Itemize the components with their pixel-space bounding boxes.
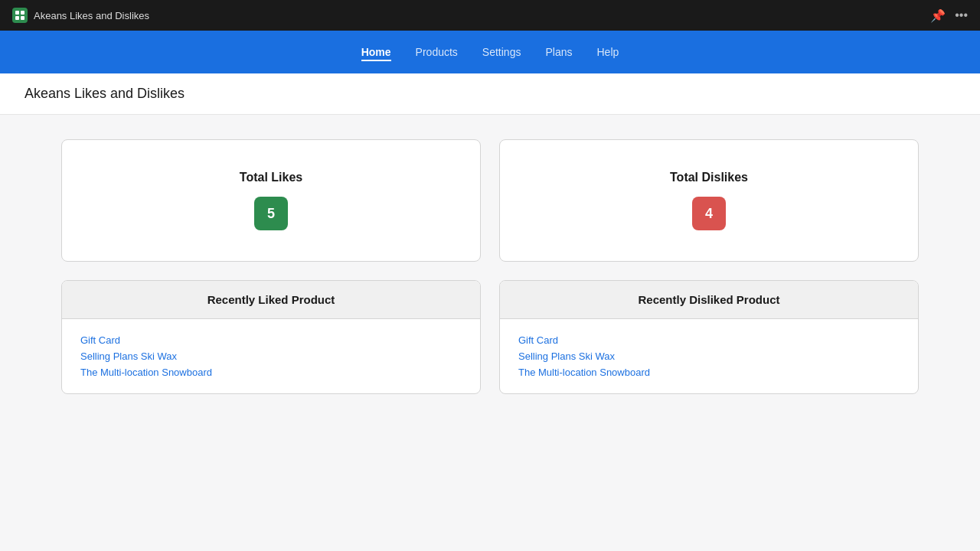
likes-label: Total Likes xyxy=(240,171,302,184)
total-likes-card: Total Likes 5 xyxy=(61,139,481,262)
liked-product-3[interactable]: The Multi-location Snowboard xyxy=(80,367,462,378)
svg-rect-3 xyxy=(21,16,24,20)
dislikes-badge: 4 xyxy=(692,197,726,230)
disliked-products-card: Recently Disliked Product Gift Card Sell… xyxy=(499,280,919,394)
top-bar-right: 📌 ••• xyxy=(930,8,968,23)
stats-row: Total Likes 5 Total Dislikes 4 xyxy=(61,139,919,262)
disliked-product-2[interactable]: Selling Plans Ski Wax xyxy=(518,350,900,362)
liked-product-1[interactable]: Gift Card xyxy=(80,334,462,346)
liked-products-title: Recently Liked Product xyxy=(80,293,462,306)
pin-icon[interactable]: 📌 xyxy=(930,8,946,23)
nav-bar: Home Products Settings Plans Help xyxy=(0,31,980,73)
page-title: Akeans Likes and Dislikes xyxy=(24,86,956,102)
liked-products-card: Recently Liked Product Gift Card Selling… xyxy=(61,280,481,394)
page-title-bar: Akeans Likes and Dislikes xyxy=(0,73,980,115)
disliked-product-3[interactable]: The Multi-location Snowboard xyxy=(518,367,900,378)
nav-items: Home Products Settings Plans Help xyxy=(361,43,619,61)
total-dislikes-card: Total Dislikes 4 xyxy=(499,139,919,262)
svg-rect-2 xyxy=(15,16,19,20)
disliked-product-1[interactable]: Gift Card xyxy=(518,334,900,346)
nav-item-products[interactable]: Products xyxy=(416,43,458,61)
dislikes-label: Total Dislikes xyxy=(670,171,748,184)
disliked-products-title: Recently Disliked Product xyxy=(518,293,900,306)
main-content: Total Likes 5 Total Dislikes 4 Recently … xyxy=(0,115,980,419)
products-row: Recently Liked Product Gift Card Selling… xyxy=(61,280,919,394)
top-bar: Akeans Likes and Dislikes 📌 ••• xyxy=(0,0,980,31)
app-icon xyxy=(12,8,28,23)
likes-badge: 5 xyxy=(254,197,288,230)
svg-rect-1 xyxy=(21,11,24,15)
liked-product-2[interactable]: Selling Plans Ski Wax xyxy=(80,350,462,362)
nav-item-help[interactable]: Help xyxy=(596,43,619,61)
svg-rect-0 xyxy=(15,11,19,15)
liked-products-header: Recently Liked Product xyxy=(62,281,480,319)
app-title: Akeans Likes and Dislikes xyxy=(34,10,149,21)
more-icon[interactable]: ••• xyxy=(955,8,968,22)
nav-item-settings[interactable]: Settings xyxy=(482,43,521,61)
nav-item-plans[interactable]: Plans xyxy=(545,43,572,61)
liked-products-body: Gift Card Selling Plans Ski Wax The Mult… xyxy=(62,319,480,393)
top-bar-left: Akeans Likes and Dislikes xyxy=(12,8,149,23)
disliked-products-body: Gift Card Selling Plans Ski Wax The Mult… xyxy=(500,319,918,393)
disliked-products-header: Recently Disliked Product xyxy=(500,281,918,319)
nav-item-home[interactable]: Home xyxy=(361,43,391,61)
